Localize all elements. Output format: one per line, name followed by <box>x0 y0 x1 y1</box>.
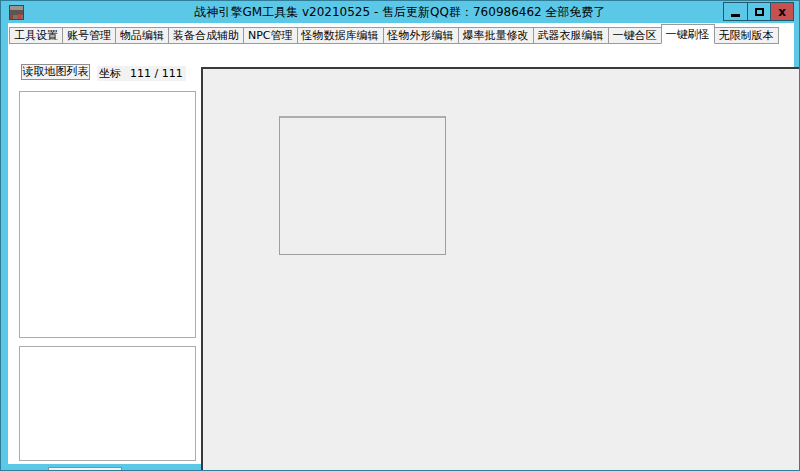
tab-item[interactable]: 武器衣服编辑 <box>533 27 609 44</box>
tab-item[interactable]: 一键合区 <box>608 27 662 44</box>
read-map-list-button[interactable]: 读取地图列表 <box>21 64 90 80</box>
coordinate-value: 111 / 111 <box>130 66 183 81</box>
tab-item[interactable]: 爆率批量修改 <box>458 27 534 44</box>
tab-item[interactable]: 怪物外形编辑 <box>383 27 459 44</box>
tab-strip: 工具设置账号管理物品编辑装备合成辅助NPC管理怪物数据库编辑怪物外形编辑爆率批量… <box>9 24 794 44</box>
app-window: 战神引擎GM工具集 v20210525 - 售后更新QQ群：760986462 … <box>0 0 800 471</box>
minimize-icon <box>731 14 740 17</box>
spawn-point-listbox[interactable] <box>19 346 196 461</box>
map-listbox[interactable] <box>19 91 196 338</box>
title-bar: 战神引擎GM工具集 v20210525 - 售后更新QQ群：760986462 … <box>1 1 799 23</box>
show-spawn-points-button[interactable]: 显示刷怪点 <box>48 467 122 471</box>
coordinate-readout: 坐标 111 / 111 <box>97 66 186 81</box>
tab-item[interactable]: 一键刷怪 <box>661 24 715 44</box>
tab-item[interactable]: 无限制版本 <box>714 27 779 44</box>
maximize-icon <box>755 8 764 16</box>
tab-item[interactable]: 怪物数据库编辑 <box>297 27 384 44</box>
coordinate-label: 坐标 <box>99 66 121 81</box>
caption-button-group: x <box>723 2 794 21</box>
map-region-rectangle <box>279 116 446 255</box>
tab-item[interactable]: NPC管理 <box>243 27 298 44</box>
maximize-button[interactable] <box>747 3 770 20</box>
tab-item[interactable]: 物品编辑 <box>115 27 169 44</box>
map-canvas[interactable] <box>201 67 800 471</box>
tab-item[interactable]: 工具设置 <box>9 27 63 44</box>
client-area: 工具设置账号管理物品编辑装备合成辅助NPC管理怪物数据库编辑怪物外形编辑爆率批量… <box>8 23 794 464</box>
close-icon: x <box>778 6 786 18</box>
window-title: 战神引擎GM工具集 v20210525 - 售后更新QQ群：760986462 … <box>1 1 799 23</box>
tab-item[interactable]: 账号管理 <box>62 27 116 44</box>
minimize-button[interactable] <box>724 3 747 20</box>
tab-item[interactable]: 装备合成辅助 <box>168 27 244 44</box>
close-button[interactable]: x <box>770 3 793 20</box>
